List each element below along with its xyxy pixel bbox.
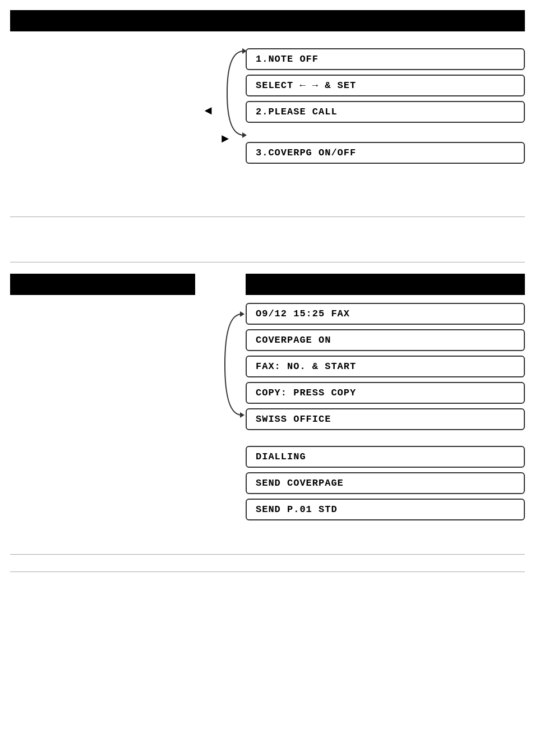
- lcd-note-off: 1.NOTE OFF: [246, 48, 525, 70]
- divider-4: [10, 571, 525, 572]
- section2-container: O9/12 15:25 FAX COVERPAGE ON FAX: NO. & …: [10, 262, 525, 554]
- blank-space-1: [0, 217, 535, 262]
- lcd-fax-no-start: FAX: NO. & START: [246, 356, 525, 377]
- section1-container: ◄ ► 1.NOTE OFF SELECT ← → & SET 2.PLEASE…: [10, 31, 525, 216]
- svg-marker-1: [242, 132, 247, 138]
- lcd-please-call: 2.PLEASE CALL: [246, 101, 525, 123]
- section2-right: O9/12 15:25 FAX COVERPAGE ON FAX: NO. & …: [246, 274, 525, 543]
- lcd-swiss-office: SWISS OFFICE: [246, 408, 525, 430]
- lcd-coverpg-onoff: 3.COVERPG ON/OFF: [246, 142, 525, 164]
- lcd-group-1: O9/12 15:25 FAX COVERPAGE ON FAX: NO. & …: [246, 303, 525, 430]
- curve-arrow-2: [222, 303, 250, 426]
- lcd-send-p01-std: SEND P.01 STD: [246, 499, 525, 520]
- lcd-dialling: DIALLING: [246, 446, 525, 468]
- arrow-left-icon: ◄: [205, 104, 212, 118]
- section1-left: ◄ ►: [10, 43, 246, 211]
- lcd-date-fax: O9/12 15:25 FAX: [246, 303, 525, 325]
- section2-left: [10, 274, 246, 543]
- svg-marker-0: [242, 48, 247, 54]
- lcd-send-coverpage: SEND COVERPAGE: [246, 472, 525, 494]
- lcd-coverpage-on: COVERPAGE ON: [246, 329, 525, 351]
- curve-arrow-1: [224, 43, 252, 144]
- lcd-copy-press-copy: COPY: PRESS COPY: [246, 382, 525, 404]
- lcd-select-set: SELECT ← → & SET: [246, 75, 525, 96]
- lcd-group-2: DIALLING SEND COVERPAGE SEND P.01 STD: [246, 446, 525, 520]
- section1-right: 1.NOTE OFF SELECT ← → & SET 2.PLEASE CAL…: [246, 43, 525, 211]
- svg-marker-3: [240, 412, 245, 418]
- svg-marker-2: [240, 311, 245, 317]
- top-header-bar: [10, 10, 525, 31]
- section2-left-black-bar: [10, 274, 195, 295]
- section2-right-black-bar: [246, 274, 525, 295]
